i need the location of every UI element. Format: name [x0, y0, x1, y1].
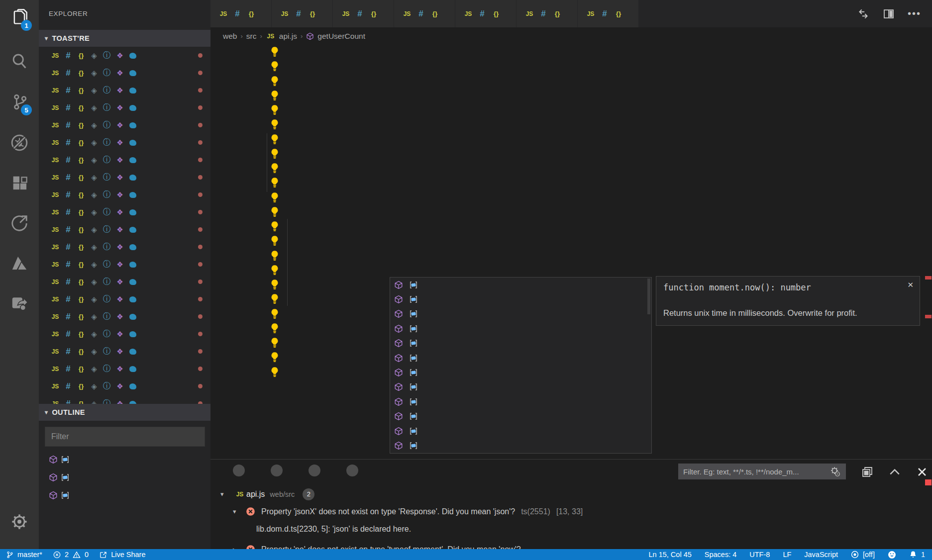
- tree-item[interactable]: [39, 64, 210, 82]
- code-line[interactable]: [210, 147, 932, 161]
- editor-tab[interactable]: [455, 0, 517, 27]
- tree-item[interactable]: [39, 360, 210, 377]
- lightbulb-icon[interactable]: [270, 221, 280, 232]
- extensions-activity-button[interactable]: [0, 167, 39, 202]
- lightbulb-icon[interactable]: [270, 104, 280, 115]
- panel-tab[interactable]: [303, 465, 320, 480]
- problems-related-row[interactable]: lib.dom.d.ts[2230, 5]: 'json' is declare…: [256, 520, 411, 538]
- scrollbar[interactable]: [647, 279, 650, 314]
- live-share-status[interactable]: Live Share: [100, 551, 145, 559]
- debug-off-activity-button[interactable]: [0, 125, 39, 160]
- search-activity-button[interactable]: [0, 44, 39, 79]
- code-line[interactable]: [210, 176, 932, 190]
- open-changes-icon[interactable]: [857, 7, 870, 20]
- breadcrumb-web[interactable]: web: [223, 32, 237, 41]
- problems-file-row[interactable]: ▾ api.js web/src 2: [220, 485, 314, 503]
- tree-item[interactable]: [39, 308, 210, 325]
- suggest-item[interactable]: [390, 278, 651, 292]
- code-line[interactable]: [210, 59, 932, 74]
- lightbulb-icon[interactable]: [270, 163, 280, 174]
- code-line[interactable]: [210, 249, 932, 263]
- lightbulb-icon[interactable]: [270, 337, 280, 348]
- panel-tab[interactable]: [227, 465, 245, 480]
- tree-item[interactable]: [39, 134, 210, 151]
- tree-item[interactable]: [39, 99, 210, 116]
- lightbulb-icon[interactable]: [270, 352, 280, 363]
- project-section-header[interactable]: ▾ TOAST'RE: [39, 30, 210, 47]
- code-line[interactable]: [210, 45, 932, 59]
- code-line[interactable]: [210, 205, 932, 219]
- source-control-activity-button[interactable]: 5: [0, 85, 39, 119]
- outline-item[interactable]: [39, 451, 210, 468]
- problems-error-row[interactable]: ▾ Property 'jsonX' does not exist on typ…: [233, 503, 583, 520]
- editor-tab[interactable]: [333, 0, 394, 27]
- lightbulb-icon[interactable]: [270, 279, 280, 290]
- suggest-item[interactable]: [390, 380, 651, 394]
- suggest-item[interactable]: [390, 409, 651, 424]
- problems-clipped-row[interactable]: ▸ Property 'no' does not exist on type '…: [233, 541, 521, 549]
- lightbulb-icon[interactable]: [270, 119, 280, 130]
- cursor-position[interactable]: Ln 15, Col 45: [649, 551, 692, 559]
- suggest-item[interactable]: [390, 351, 651, 365]
- explorer-activity-button[interactable]: 1: [0, 0, 39, 35]
- tree-item[interactable]: [39, 116, 210, 134]
- tree-item[interactable]: [39, 221, 210, 238]
- code-line[interactable]: [210, 89, 932, 103]
- maximize-group-icon[interactable]: [861, 466, 873, 478]
- tree-item[interactable]: [39, 325, 210, 343]
- tree-item[interactable]: [39, 256, 210, 273]
- encoding-setting[interactable]: UTF-8: [749, 551, 770, 559]
- azure-activity-button[interactable]: [0, 246, 39, 280]
- tree-item[interactable]: [39, 186, 210, 203]
- lightbulb-icon[interactable]: [270, 235, 280, 246]
- feedback-smiley[interactable]: [888, 551, 896, 559]
- suggest-item[interactable]: [390, 424, 651, 438]
- code-line[interactable]: [210, 234, 932, 248]
- lightbulb-icon[interactable]: [270, 148, 280, 159]
- tree-item[interactable]: [39, 343, 210, 360]
- lightbulb-icon[interactable]: [270, 265, 280, 276]
- tree-item[interactable]: [39, 151, 210, 169]
- more-actions-icon[interactable]: •••: [908, 8, 921, 19]
- screencast-status[interactable]: [off]: [851, 551, 875, 559]
- liveshare-activity-button[interactable]: [0, 206, 39, 241]
- tree-item[interactable]: [39, 377, 210, 395]
- git-branch-status[interactable]: master*: [6, 551, 42, 559]
- tree-item[interactable]: [39, 203, 210, 221]
- outline-item[interactable]: [39, 468, 210, 486]
- outline-filter-input[interactable]: [45, 427, 205, 447]
- suggest-item[interactable]: [390, 307, 651, 321]
- settings-button[interactable]: [0, 504, 39, 539]
- editor-tab[interactable]: [394, 0, 455, 27]
- lightbulb-icon[interactable]: [270, 177, 280, 188]
- close-icon[interactable]: [916, 466, 928, 478]
- notifications[interactable]: 1: [909, 551, 925, 559]
- tree-item[interactable]: [39, 82, 210, 99]
- lightbulb-icon[interactable]: [270, 192, 280, 203]
- code-line[interactable]: [210, 103, 932, 117]
- tree-item[interactable]: [39, 290, 210, 308]
- editor-tab[interactable]: [272, 0, 333, 27]
- breadcrumb-file[interactable]: api.js: [279, 32, 297, 41]
- panel-tab[interactable]: [340, 465, 358, 480]
- suggest-item[interactable]: [390, 292, 651, 306]
- code-line[interactable]: [210, 219, 932, 234]
- tree-item[interactable]: [39, 395, 210, 404]
- outline-section-header[interactable]: ▾ OUTLINE: [39, 404, 210, 421]
- code-line[interactable]: [210, 74, 932, 89]
- tree-item[interactable]: [39, 238, 210, 256]
- suggest-item[interactable]: [390, 438, 651, 453]
- editor-tab[interactable]: [210, 0, 272, 27]
- split-editor-icon[interactable]: [883, 8, 895, 20]
- outline-item[interactable]: [39, 486, 210, 504]
- lightbulb-icon[interactable]: [270, 61, 280, 72]
- lightbulb-icon[interactable]: [270, 46, 280, 57]
- lightbulb-icon[interactable]: [270, 250, 280, 261]
- indentation-setting[interactable]: Spaces: 4: [705, 551, 737, 559]
- editor-tab[interactable]: [517, 0, 578, 27]
- lightbulb-icon[interactable]: [270, 206, 280, 217]
- language-mode[interactable]: JavaScript: [804, 551, 838, 559]
- tree-item[interactable]: [39, 47, 210, 64]
- lightbulb-icon[interactable]: [270, 367, 280, 377]
- suggest-item[interactable]: [390, 394, 651, 409]
